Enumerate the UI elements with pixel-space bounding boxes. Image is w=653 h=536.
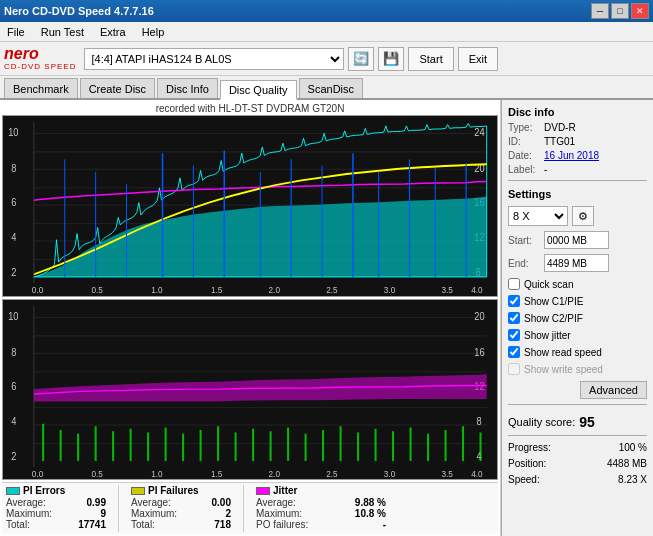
end-mb-input[interactable] xyxy=(544,254,609,272)
svg-rect-72 xyxy=(42,423,44,460)
pi-errors-label: PI Errors xyxy=(23,485,65,496)
svg-text:2.0: 2.0 xyxy=(269,468,280,479)
start-mb-row: Start: xyxy=(508,231,647,249)
svg-rect-77 xyxy=(130,428,132,460)
c1pie-row: Show C1/PIE xyxy=(508,295,647,307)
divider-1 xyxy=(118,485,119,532)
svg-rect-83 xyxy=(235,432,237,460)
read-speed-row: Show read speed xyxy=(508,346,647,358)
progress-label: Progress: xyxy=(508,442,551,453)
c2pif-checkbox[interactable] xyxy=(508,312,520,324)
svg-rect-76 xyxy=(112,431,114,461)
exit-button[interactable]: Exit xyxy=(458,47,498,71)
menu-run-test[interactable]: Run Test xyxy=(38,25,87,39)
toolbar: nero CD-DVD SPEED [4:4] ATAPI iHAS124 B … xyxy=(0,42,653,76)
menu-extra[interactable]: Extra xyxy=(97,25,129,39)
chart-area: recorded with HL-DT-ST DVDRAM GT20N xyxy=(0,100,501,536)
maximize-button[interactable]: □ xyxy=(611,3,629,19)
app-title: Nero CD-DVD Speed 4.7.7.16 xyxy=(4,5,154,17)
svg-text:2.5: 2.5 xyxy=(326,284,337,295)
pi-failures-max-value: 2 xyxy=(191,508,231,519)
nero-logo: nero CD-DVD SPEED xyxy=(4,46,76,71)
disc-id-label: ID: xyxy=(508,136,540,147)
right-panel: Disc info Type: DVD-R ID: TTG01 Date: 16… xyxy=(501,100,653,536)
svg-rect-95 xyxy=(445,429,447,460)
svg-text:8: 8 xyxy=(476,415,481,427)
svg-rect-80 xyxy=(182,433,184,460)
tab-benchmark[interactable]: Benchmark xyxy=(4,78,78,98)
disc-date-row: Date: 16 Jun 2018 xyxy=(508,150,647,161)
svg-rect-90 xyxy=(357,432,359,460)
pi-errors-max-label: Maximum: xyxy=(6,508,52,519)
svg-rect-92 xyxy=(392,431,394,461)
c1pie-label: Show C1/PIE xyxy=(524,296,583,307)
speed-select[interactable]: 8 X MAX 4 X xyxy=(508,206,568,226)
svg-text:2: 2 xyxy=(11,266,16,278)
end-mb-row: End: xyxy=(508,254,647,272)
svg-rect-73 xyxy=(60,429,62,460)
quick-scan-label: Quick scan xyxy=(524,279,573,290)
read-speed-checkbox[interactable] xyxy=(508,346,520,358)
svg-rect-74 xyxy=(77,433,79,460)
divider-panel-3 xyxy=(508,435,647,436)
nero-brand: nero xyxy=(4,46,76,62)
disc-label-value: - xyxy=(544,164,547,175)
jitter-max-label: Maximum: xyxy=(256,508,302,519)
svg-rect-97 xyxy=(480,432,482,460)
svg-text:0.5: 0.5 xyxy=(92,284,103,295)
write-speed-checkbox[interactable] xyxy=(508,363,520,375)
start-mb-label: Start: xyxy=(508,235,540,246)
settings-icon-btn[interactable]: ⚙ xyxy=(572,206,594,226)
pi-errors-color xyxy=(6,487,20,495)
tab-create-disc[interactable]: Create Disc xyxy=(80,78,155,98)
write-speed-label: Show write speed xyxy=(524,364,603,375)
svg-text:4: 4 xyxy=(11,415,16,427)
start-mb-input[interactable] xyxy=(544,231,609,249)
svg-rect-89 xyxy=(340,426,342,461)
window-controls: ─ □ ✕ xyxy=(591,3,649,19)
close-button[interactable]: ✕ xyxy=(631,3,649,19)
speed-row-2: Speed: 8.23 X xyxy=(508,474,647,485)
tab-disc-info[interactable]: Disc Info xyxy=(157,78,218,98)
disc-date-value: 16 Jun 2018 xyxy=(544,150,599,161)
svg-text:20: 20 xyxy=(474,310,485,322)
c1pie-checkbox[interactable] xyxy=(508,295,520,307)
save-button[interactable]: 💾 xyxy=(378,47,404,71)
svg-rect-87 xyxy=(305,433,307,460)
disc-label-label: Label: xyxy=(508,164,540,175)
advanced-button[interactable]: Advanced xyxy=(580,381,647,399)
po-failures-label: PO failures: xyxy=(256,519,308,530)
jitter-group: Jitter Average: 9.88 % Maximum: 10.8 % P… xyxy=(256,485,386,532)
svg-text:2.0: 2.0 xyxy=(269,284,280,295)
jitter-row: Show jitter xyxy=(508,329,647,341)
disc-label-row: Label: - xyxy=(508,164,647,175)
po-failures-value: - xyxy=(346,519,386,530)
svg-text:4: 4 xyxy=(11,231,16,243)
position-label: Position: xyxy=(508,458,546,469)
settings-title: Settings xyxy=(508,188,647,200)
main-content: recorded with HL-DT-ST DVDRAM GT20N xyxy=(0,100,653,536)
minimize-button[interactable]: ─ xyxy=(591,3,609,19)
disc-id-value: TTG01 xyxy=(544,136,575,147)
svg-text:4.0: 4.0 xyxy=(471,468,482,479)
read-speed-label: Show read speed xyxy=(524,347,602,358)
tab-scan-disc[interactable]: ScanDisc xyxy=(299,78,363,98)
menu-help[interactable]: Help xyxy=(139,25,168,39)
tab-disc-quality[interactable]: Disc Quality xyxy=(220,80,297,100)
start-button[interactable]: Start xyxy=(408,47,453,71)
svg-text:3.0: 3.0 xyxy=(384,284,395,295)
svg-text:2: 2 xyxy=(11,449,16,461)
menu-file[interactable]: File xyxy=(4,25,28,39)
divider-panel-1 xyxy=(508,180,647,181)
progress-row: Progress: 100 % xyxy=(508,442,647,453)
pi-failures-max-label: Maximum: xyxy=(131,508,177,519)
pi-failures-avg-label: Average: xyxy=(131,497,171,508)
jitter-checkbox[interactable] xyxy=(508,329,520,341)
quality-score-label: Quality score: xyxy=(508,416,575,428)
pi-errors-avg-value: 0.99 xyxy=(66,497,106,508)
quick-scan-checkbox[interactable] xyxy=(508,278,520,290)
svg-text:8: 8 xyxy=(11,345,16,357)
quality-score-row: Quality score: 95 xyxy=(508,414,647,430)
device-select[interactable]: [4:4] ATAPI iHAS124 B AL0S xyxy=(84,48,344,70)
refresh-button[interactable]: 🔄 xyxy=(348,47,374,71)
